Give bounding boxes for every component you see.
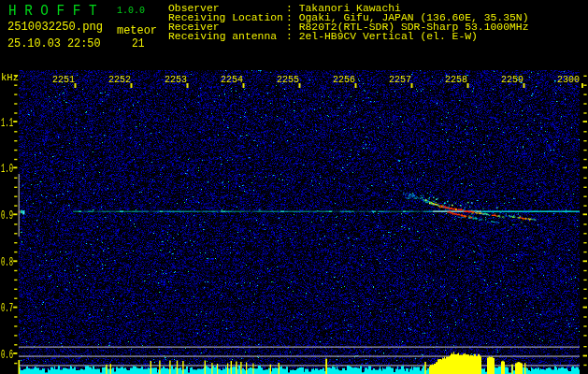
svg-text:1.0: 1.0 — [1, 162, 13, 176]
svg-text:Receiving antenna: Receiving antenna — [168, 32, 277, 42]
svg-text:kHz: kHz — [1, 72, 19, 83]
svg-text:1.1: 1.1 — [1, 116, 13, 130]
svg-text:2253: 2253 — [165, 74, 187, 85]
svg-text:2255: 2255 — [277, 74, 299, 85]
svg-text:2251: 2251 — [52, 74, 75, 85]
svg-text:0.9: 0.9 — [1, 209, 13, 223]
svg-text:2256: 2256 — [333, 74, 355, 85]
svg-text:2300: 2300 — [557, 74, 580, 85]
svg-text:0.6: 0.6 — [1, 348, 13, 362]
svg-text:1.0.0: 1.0.0 — [117, 5, 145, 16]
svg-text:2257: 2257 — [389, 74, 411, 85]
svg-text:25.10.03 22:50: 25.10.03 22:50 — [7, 37, 101, 50]
svg-text:meteor: meteor — [117, 24, 157, 37]
svg-text:0.8: 0.8 — [1, 255, 13, 269]
svg-text:2254: 2254 — [221, 74, 243, 85]
svg-text:21: 21 — [132, 37, 145, 50]
svg-text:: 2el-HB9CV Vertical (el. E-W): : 2el-HB9CV Vertical (el. E-W) — [286, 32, 478, 42]
svg-text:2259: 2259 — [501, 74, 523, 85]
svg-text:0.7: 0.7 — [1, 301, 13, 315]
svg-text:2258: 2258 — [445, 74, 467, 85]
svg-text:2252: 2252 — [108, 74, 131, 85]
svg-text:2510032250.png: 2510032250.png — [7, 21, 103, 34]
svg-text:H R O F F T: H R O F F T — [8, 3, 97, 20]
